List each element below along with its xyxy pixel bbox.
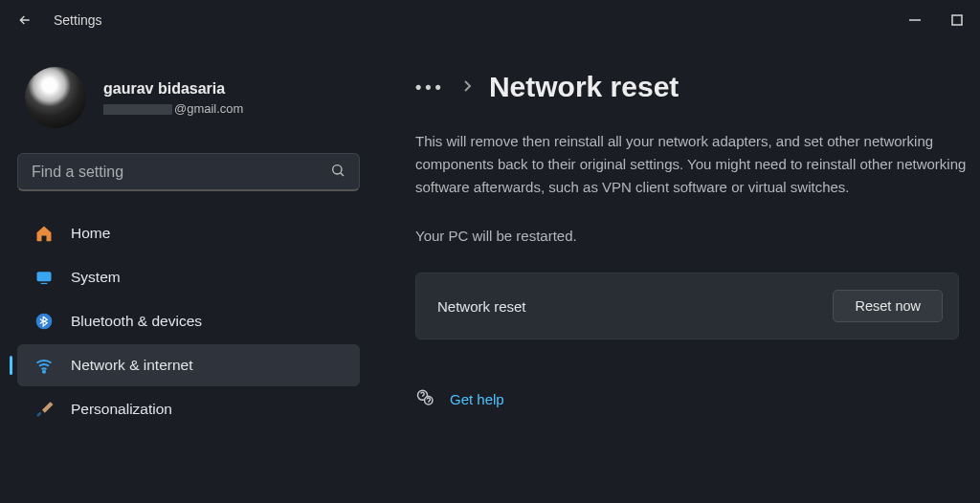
sidebar-item-label: System: [71, 269, 121, 286]
chevron-right-icon: [462, 79, 472, 96]
sidebar-item-bluetooth[interactable]: Bluetooth & devices: [17, 300, 360, 342]
sidebar-item-label: Home: [71, 225, 110, 242]
sidebar-item-label: Bluetooth & devices: [71, 313, 202, 330]
get-help-link[interactable]: Get help: [450, 391, 504, 407]
paint-brush-icon: [34, 400, 54, 419]
sidebar-item-label: Network & internet: [71, 357, 193, 374]
profile-email: @gmail.com: [103, 101, 243, 116]
description-text: This will remove then reinstall all your…: [415, 130, 970, 199]
search-icon: [330, 163, 345, 182]
page-title: Network reset: [489, 71, 679, 103]
window-title: Settings: [54, 12, 102, 28]
sidebar-item-home[interactable]: Home: [17, 212, 360, 254]
svg-rect-1: [952, 15, 962, 25]
help-icon: [415, 387, 434, 410]
back-button[interactable]: [15, 11, 34, 30]
breadcrumb-more-icon[interactable]: •••: [415, 77, 445, 98]
bluetooth-icon: [34, 312, 54, 331]
search-box[interactable]: [17, 153, 360, 191]
restart-notice: Your PC will be restarted.: [415, 228, 970, 244]
svg-line-3: [341, 172, 344, 175]
reset-now-button[interactable]: Reset now: [833, 290, 943, 322]
svg-rect-4: [37, 272, 52, 281]
sidebar-item-personalization[interactable]: Personalization: [17, 388, 360, 430]
profile-section[interactable]: gaurav bidasaria @gmail.com: [10, 57, 368, 153]
svg-point-2: [333, 164, 342, 173]
breadcrumb: ••• Network reset: [415, 71, 970, 103]
home-icon: [34, 224, 54, 243]
nav-list: Home System Bluetooth & devices Network …: [10, 212, 368, 430]
maximize-button[interactable]: [949, 12, 965, 28]
network-reset-card: Network reset Reset now: [415, 273, 959, 339]
search-input[interactable]: [32, 164, 319, 181]
wifi-icon: [34, 356, 54, 375]
system-icon: [34, 268, 54, 287]
main-panel: ••• Network reset This will remove then …: [377, 40, 980, 503]
avatar: [25, 67, 86, 128]
get-help-row[interactable]: Get help: [415, 387, 970, 410]
sidebar: gaurav bidasaria @gmail.com Home System: [0, 40, 377, 503]
svg-rect-5: [41, 283, 48, 284]
minimize-button[interactable]: [907, 12, 923, 28]
sidebar-item-system[interactable]: System: [17, 256, 360, 298]
profile-name: gaurav bidasaria: [103, 80, 243, 98]
sidebar-item-network[interactable]: Network & internet: [17, 344, 360, 386]
svg-point-7: [43, 371, 45, 373]
sidebar-item-label: Personalization: [71, 401, 172, 418]
card-label: Network reset: [437, 298, 526, 315]
